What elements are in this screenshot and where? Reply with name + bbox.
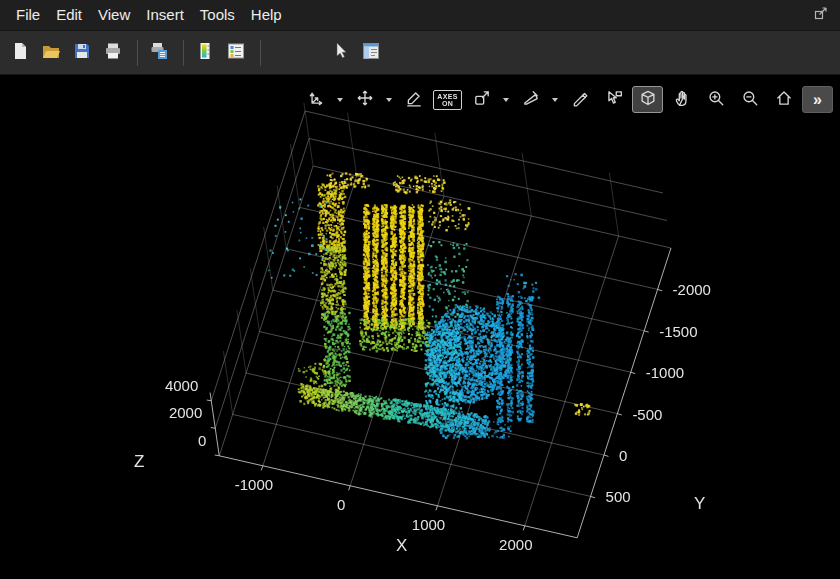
x-axis-label: X	[396, 536, 407, 556]
save-figure-button[interactable]	[68, 39, 96, 67]
print-figure-button[interactable]	[99, 39, 127, 67]
projection-caret-button[interactable]	[500, 86, 512, 113]
edit-plot-arrow-icon	[330, 41, 350, 65]
brush-icon	[571, 89, 589, 111]
y-axis-label: Y	[694, 494, 705, 514]
x-tick-label: 2000	[499, 536, 532, 553]
zoom-out-icon	[741, 89, 759, 111]
background-color-icon	[405, 89, 423, 111]
pan-arrows-button[interactable]	[349, 86, 380, 113]
insert-legend-icon	[226, 41, 246, 65]
background-color-button[interactable]	[398, 86, 429, 113]
insert-colorbar-icon	[195, 41, 215, 65]
caret-down-icon	[552, 98, 558, 102]
open-folder-icon	[41, 41, 61, 65]
more-tools-button[interactable]: »	[802, 86, 833, 113]
menu-bar: File Edit View Insert Tools Help	[0, 0, 840, 30]
colormap-caret-button[interactable]	[549, 86, 561, 113]
projection-button[interactable]	[466, 86, 497, 113]
edit-plot-button[interactable]	[326, 39, 354, 67]
colormap-icon	[522, 89, 540, 111]
projection-icon	[473, 89, 491, 111]
axes-on-badge: AXESON	[433, 90, 461, 110]
open-file-button[interactable]	[37, 39, 65, 67]
colormap-button[interactable]	[515, 86, 546, 113]
pan-hand-icon	[673, 89, 691, 111]
axes-visibility-toggle-button[interactable]: AXESON	[432, 86, 463, 113]
printer-icon	[103, 41, 123, 65]
axes-toolbar: AXESON»	[300, 86, 833, 113]
menu-view[interactable]: View	[90, 0, 138, 30]
dock-figure-icon	[813, 5, 829, 25]
insert-colorbar-button[interactable]	[191, 39, 219, 67]
rotate-button[interactable]	[632, 86, 663, 113]
matlab-figure-window: { "menubar": { "items": ["File", "Edit",…	[0, 0, 840, 579]
menu-edit[interactable]: Edit	[48, 0, 90, 30]
y-tick-label: -1000	[646, 364, 684, 381]
caret-down-icon	[386, 98, 392, 102]
new-figure-button[interactable]	[6, 39, 34, 67]
y-tick-label: -500	[632, 405, 662, 422]
y-tick-label: 500	[606, 488, 631, 505]
y-tick-label: 0	[619, 447, 627, 464]
zoom-in-button[interactable]	[700, 86, 731, 113]
menu-tools[interactable]: Tools	[192, 0, 243, 30]
restore-view-icon	[775, 89, 793, 111]
figure-toolbar	[0, 30, 840, 75]
brush-button[interactable]	[564, 86, 595, 113]
x-tick-label: 1000	[412, 516, 445, 533]
pan-arrows-icon	[356, 89, 374, 111]
x-tick-label: -1000	[235, 476, 273, 493]
rotate3d-axes-button[interactable]	[300, 86, 331, 113]
caret-down-icon	[337, 98, 343, 102]
caret-down-icon	[503, 98, 509, 102]
toolbar-separator	[183, 40, 184, 66]
z-axis-label: Z	[134, 452, 144, 472]
print-preview-icon	[149, 41, 169, 65]
datatip-button[interactable]	[598, 86, 629, 113]
toolbar-separator	[260, 40, 261, 66]
property-inspector-icon	[361, 41, 381, 65]
more-tools-icon: »	[813, 92, 822, 108]
restore-view-button[interactable]	[768, 86, 799, 113]
property-inspector-button[interactable]	[357, 39, 385, 67]
dock-figure-button[interactable]	[810, 4, 832, 26]
toolbar-separator	[137, 40, 138, 66]
rotate3d-axes-icon	[307, 89, 325, 111]
y-tick-label: -2000	[673, 281, 711, 298]
insert-legend-button[interactable]	[222, 39, 250, 67]
new-document-icon	[10, 41, 30, 65]
y-tick-label: -1500	[659, 322, 697, 339]
print-preview-button[interactable]	[145, 39, 173, 67]
menu-help[interactable]: Help	[243, 0, 290, 30]
save-floppy-icon	[72, 41, 92, 65]
x-tick-label: 0	[337, 496, 345, 513]
z-tick-label: 4000	[165, 376, 198, 393]
z-tick-label: 0	[198, 431, 206, 448]
rotate-icon	[639, 89, 657, 111]
pan-arrows-caret-button[interactable]	[383, 86, 395, 113]
plot-area: -10000100020005000-500-1000-1500-2000020…	[0, 75, 840, 579]
rotate3d-axes-caret-button[interactable]	[334, 86, 346, 113]
menu-insert[interactable]: Insert	[138, 0, 192, 30]
menu-file[interactable]: File	[8, 0, 48, 30]
point-cloud-canvas[interactable]	[0, 75, 840, 579]
zoom-in-icon	[707, 89, 725, 111]
zoom-out-button[interactable]	[734, 86, 765, 113]
pan-hand-button[interactable]	[666, 86, 697, 113]
datatip-icon	[605, 89, 623, 111]
z-tick-label: 2000	[169, 404, 202, 421]
